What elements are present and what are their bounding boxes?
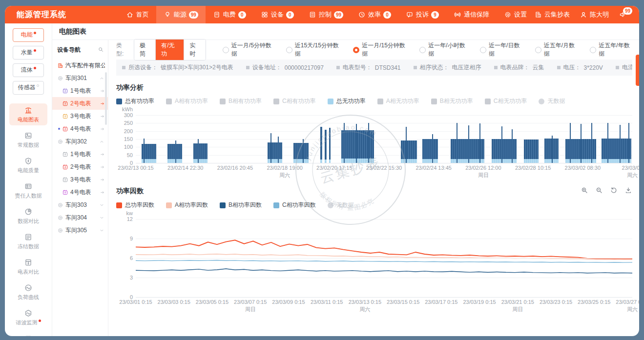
bar-cluster[interactable] xyxy=(492,139,517,163)
radio-option[interactable]: 近一年/小时数据 xyxy=(419,41,467,58)
legend-item[interactable]: B相功率因数 xyxy=(220,201,262,209)
legend-item[interactable]: A相无功功率 xyxy=(377,97,419,105)
sidebar-item-meter-compare[interactable]: 电表对比 xyxy=(9,256,47,278)
sidebar-item-data-compare[interactable]: 数据对比 xyxy=(9,205,47,227)
radio-option[interactable]: 近五年/月数据 xyxy=(535,41,578,58)
legend-item[interactable]: C相无功功率 xyxy=(485,97,527,105)
radio-option[interactable]: 近一年/日数据 xyxy=(480,41,522,58)
nav-right-user[interactable]: 陈大明 xyxy=(580,10,609,19)
radio-option[interactable]: 近一月/15分钟数据 xyxy=(353,41,407,58)
workshop-name: 车间303 xyxy=(65,201,97,209)
radio-option[interactable]: 近五年/年数据 xyxy=(590,41,632,58)
segment-option[interactable]: 有/无功 xyxy=(155,40,184,60)
legend-label: 总无功功率 xyxy=(336,97,366,105)
bullet-square xyxy=(616,66,619,69)
legend-item[interactable]: B相有功功率 xyxy=(220,97,262,105)
tree-group-row[interactable]: 车间303 xyxy=(52,199,108,211)
tree-group-row[interactable]: 车间305 xyxy=(52,224,108,237)
zoom-out-button[interactable] xyxy=(595,186,603,196)
restore-button[interactable] xyxy=(610,186,618,196)
sidebar-item-harmonic[interactable]: 谐波监测 xyxy=(9,306,47,328)
series-line xyxy=(136,269,632,273)
legend-marker xyxy=(273,99,279,104)
bar-cluster[interactable] xyxy=(320,127,322,163)
legend-item[interactable]: 无数据 xyxy=(539,97,565,105)
y-tick-label: 12 xyxy=(116,216,133,222)
zoom-in-button[interactable] xyxy=(581,186,588,196)
bar-spike xyxy=(457,123,457,163)
legend-item[interactable]: 总有功功率 xyxy=(116,97,154,105)
tree-group-row[interactable]: 车间301 xyxy=(52,72,108,84)
nav-item-efficiency[interactable]: 效率0 xyxy=(351,6,398,23)
radio-circle xyxy=(419,47,426,53)
notifications-speaker[interactable]: 99 xyxy=(619,11,626,19)
nav-item-device[interactable]: 设备0 xyxy=(253,6,301,23)
segment-option[interactable]: 实时 xyxy=(184,40,205,60)
legend-item[interactable]: A相有功功率 xyxy=(166,97,208,105)
nav-item-complaint[interactable]: 投诉9 xyxy=(398,6,446,23)
download-button[interactable] xyxy=(624,186,632,196)
segment-option[interactable]: 极简 xyxy=(134,40,155,60)
nav-right-meter-reading[interactable]: 云集抄表 xyxy=(534,10,570,19)
bar-cluster[interactable] xyxy=(401,140,417,163)
nav-item-home[interactable]: 首页 xyxy=(119,6,156,23)
bar-cluster[interactable] xyxy=(293,143,309,163)
bar-cluster[interactable] xyxy=(602,139,631,163)
legend-item[interactable]: 总功率因数 xyxy=(116,201,154,209)
device-nav-panel: 设备导航 汽车配件有限公司车间3011号电表2号电表3号电表4号电表车间3021… xyxy=(52,40,108,336)
sidebar-item-owner-data[interactable]: 责任人数据 xyxy=(9,180,47,201)
tab-sensor[interactable]: 传感器 xyxy=(13,81,44,95)
sidebar-item-frozen-data[interactable]: 冻结数据 xyxy=(9,230,47,252)
tree-meter-item[interactable]: 1号电表 xyxy=(52,84,108,97)
tree-meter-item[interactable]: 4号电表 xyxy=(52,122,108,135)
nav-item-fee[interactable]: 电费0 xyxy=(206,6,253,23)
tab-water[interactable]: 水量 xyxy=(13,46,44,60)
nav-item-control[interactable]: 控制99 xyxy=(301,6,351,23)
radio-option[interactable]: 近一月/5分钟数据 xyxy=(223,41,273,58)
tree-company-row[interactable]: 汽车配件有限公司 xyxy=(52,59,108,72)
bar-cluster[interactable] xyxy=(325,130,327,163)
legend-item[interactable]: B相无功功率 xyxy=(431,97,473,105)
tab-electric[interactable]: 电能 xyxy=(13,28,44,42)
sidebar-item-load-curve[interactable]: 负荷曲线 xyxy=(9,281,47,303)
x-tick-label: 23/03/03 0:15 xyxy=(158,299,190,305)
home-icon xyxy=(126,11,134,19)
tree-meter-item[interactable]: 2号电表 xyxy=(52,160,108,173)
tree-scrollbar[interactable] xyxy=(105,72,107,125)
tree-meter-item[interactable]: 3号电表 xyxy=(52,173,108,186)
bar-cluster[interactable] xyxy=(329,128,331,163)
legend-item[interactable]: 总无功功率 xyxy=(328,97,366,105)
hex-icon xyxy=(24,309,33,318)
radio-label: 近五年/年数据 xyxy=(599,41,632,58)
legend-item[interactable]: C相有功功率 xyxy=(273,97,316,105)
workshop-icon xyxy=(57,139,63,145)
sidebar-item-power-quality[interactable]: 电能质量 xyxy=(9,154,47,176)
sidebar-item-energy-chart[interactable]: 电能图表 xyxy=(9,103,47,125)
tree-meter-item[interactable]: 4号电表 xyxy=(52,186,108,199)
tree-group-row[interactable]: 车间302 xyxy=(52,135,108,148)
nav-item-energy[interactable]: 能源99 xyxy=(156,6,206,23)
legend-item[interactable]: C相功率因数 xyxy=(273,201,316,209)
quick-panel-handle[interactable] xyxy=(636,55,639,86)
bar-cluster[interactable] xyxy=(167,144,182,163)
bar-cluster[interactable] xyxy=(422,139,438,163)
tree-group-row[interactable]: 车间304 xyxy=(52,211,108,224)
radio-option[interactable]: 近15天/15分钟数据 xyxy=(286,41,340,58)
tree-meter-item[interactable]: 1号电表 xyxy=(52,148,108,160)
sidebar-item-pv-gen[interactable]: 光伏/发电 xyxy=(9,332,47,336)
tree-meter-item[interactable]: 2号电表 xyxy=(52,97,108,110)
bullet-square xyxy=(557,66,561,69)
nav-item-settings[interactable]: 设置 xyxy=(497,6,534,23)
bar-cluster[interactable] xyxy=(268,142,283,163)
nav-item-comm[interactable]: 通信保障 xyxy=(446,6,497,23)
bar-cluster[interactable] xyxy=(341,130,374,163)
legend-item[interactable]: 无数据 xyxy=(328,201,354,209)
search-icon[interactable] xyxy=(98,46,104,54)
legend-item[interactable]: A相功率因数 xyxy=(166,201,208,209)
tab-fluid[interactable]: 流体 xyxy=(13,63,44,77)
file-icon xyxy=(24,233,33,241)
bar-cluster[interactable] xyxy=(193,143,208,163)
tree-meter-item[interactable]: 3号电表 xyxy=(52,110,108,122)
bar-cluster[interactable] xyxy=(524,140,538,163)
sidebar-item-regular-data[interactable]: 常规数据 xyxy=(9,129,47,151)
